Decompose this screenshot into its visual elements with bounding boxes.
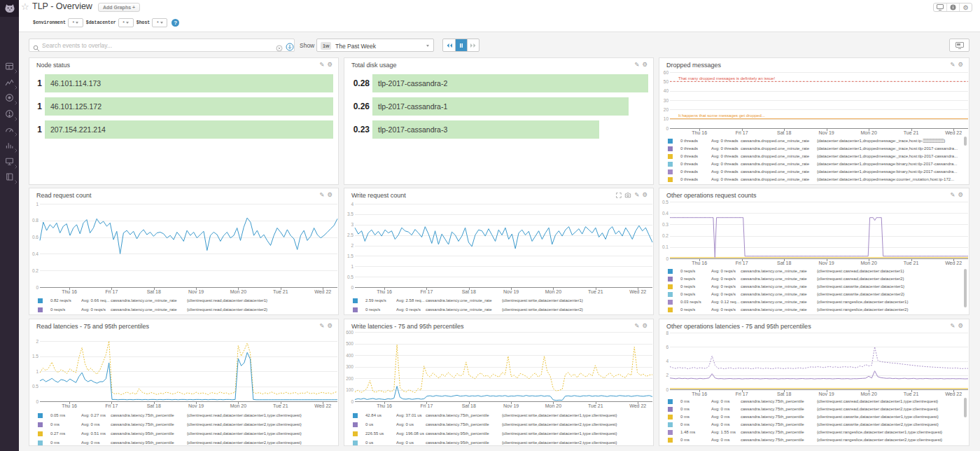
legend-row[interactable]: 0 msAvg: 0 mscassandra.latency.75th_perc… — [659, 422, 969, 429]
expand-icon[interactable] — [615, 192, 622, 198]
legend-scope: {clientrequest:read,datacenter:datacente… — [187, 298, 332, 303]
edit-icon[interactable]: ✎ — [634, 191, 639, 198]
x-axis-label: Wed 22 — [939, 391, 967, 396]
favorite-star-icon[interactable]: ☆ — [21, 1, 29, 12]
edit-icon[interactable]: ✎ — [950, 191, 955, 198]
legend-row[interactable]: 0 threadsAvg: 0 threadscassandra.dropped… — [659, 161, 969, 169]
legend-row[interactable]: 0 threadsAvg: 0 threadscassandra.dropped… — [659, 153, 969, 161]
other-operations-latencies-chart[interactable] — [670, 333, 968, 391]
forward-button[interactable] — [467, 39, 479, 51]
legend-row[interactable]: 0 usAvg: 0 uscassandra.latency.95th_perc… — [344, 440, 653, 447]
info-icon[interactable] — [946, 4, 959, 11]
sidebar-item-infrastructure[interactable] — [5, 93, 14, 102]
legend-row[interactable]: 226.55 usAvg: 196.08 uscassandra.latency… — [344, 431, 653, 438]
edit-icon[interactable]: ✎ — [634, 322, 639, 329]
legend-row[interactable]: 0 msAvg: 0 mscassandra.latency.75th_perc… — [659, 406, 969, 414]
legend-row[interactable]: 0 threadsAvg: 0 threadscassandra.dropped… — [659, 146, 969, 153]
legend-row[interactable]: 42.84 usAvg: 37.01 uscassandra.latency.7… — [344, 412, 653, 420]
sidebar-chevron-icon — [15, 143, 18, 147]
dropped-messages-chart[interactable] — [670, 72, 968, 130]
legend-row[interactable]: 0 usAvg: 0 uscassandra.latency.75th_perc… — [344, 422, 653, 429]
edit-icon[interactable]: ✎ — [634, 61, 639, 68]
settings-gear-icon[interactable]: ⚙ — [327, 61, 332, 68]
read-request-count-chart[interactable] — [40, 204, 337, 289]
x-axis-label: Mon 20 — [539, 289, 567, 294]
legend-swatch — [38, 431, 43, 436]
legend-row[interactable]: 0 reqs/sAvg: 0 reqs/scassandra.latency.o… — [659, 276, 969, 284]
legend-row[interactable]: 0 msAvg: 0 mscassandra.latency.75th_perc… — [659, 414, 969, 422]
legend-row[interactable]: 0 reqs/sAvg: 0 reqs/scassandra.latency.o… — [344, 307, 653, 314]
legend-scrollbar[interactable] — [964, 137, 967, 146]
write-latencies-chart[interactable] — [355, 332, 652, 403]
legend-row[interactable]: 0 msAvg: 0 mscassandra.latency.75th_perc… — [659, 437, 969, 445]
add-graphs-button[interactable]: Add Graphs + — [98, 3, 140, 12]
other-operations-request-counts-chart[interactable] — [670, 202, 968, 260]
sidebar-item-monitors[interactable] — [5, 109, 14, 118]
legend-row[interactable]: 0 reqs/sAvg: 0 reqs/scassandra.latency.o… — [659, 284, 969, 291]
settings-gear-icon[interactable]: ⚙ — [642, 191, 648, 198]
settings-gear-icon[interactable]: ⚙ — [327, 191, 332, 198]
legend-swatch — [668, 162, 673, 167]
legend-row[interactable]: 0 reqs/sAvg: 0 reqs/scassandra.latency.o… — [29, 307, 338, 314]
legend-scrollbar[interactable] — [964, 269, 967, 307]
help-icon[interactable]: ? — [172, 19, 179, 27]
legend-row[interactable]: 0.27 msAvg: 0.51 mscassandra.latency.95t… — [29, 431, 338, 438]
event-overlay-icon[interactable] — [286, 41, 294, 54]
legend-row[interactable]: 0 threadsAvg: 0 threadscassandra.dropped… — [659, 169, 969, 176]
legend-row[interactable]: 0 reqs/sAvg: 0 reqs/scassandra.latency.o… — [659, 307, 969, 314]
settings-gear-icon[interactable]: ⚙ — [958, 61, 963, 68]
write-request-count-chart[interactable] — [355, 204, 652, 289]
settings-gear-icon[interactable]: ⚙ — [958, 191, 963, 198]
legend-swatch — [668, 284, 673, 289]
clear-search-icon[interactable] — [276, 42, 283, 55]
legend-avg: Avg: 1.55 ms — [711, 430, 740, 434]
sidebar-item-notebooks[interactable] — [5, 157, 14, 166]
read-latencies-chart[interactable] — [40, 341, 337, 403]
legend-row[interactable]: 0 reqs/sAvg: 0 reqs/scassandra.latency.o… — [659, 291, 969, 299]
legend-row[interactable]: 2.59 reqs/sAvg: 2.58 req...cassandra.lat… — [344, 298, 653, 305]
sidebar-item-apm[interactable] — [5, 125, 14, 134]
legend-row[interactable]: 0.82 reqs/sAvg: 0.66 req...cassandra.lat… — [29, 298, 338, 305]
settings-gear-icon[interactable]: ⚙ — [642, 322, 648, 329]
sidebar-item-metrics[interactable] — [5, 78, 14, 87]
settings-gear-icon[interactable]: ⚙ — [958, 322, 963, 329]
legend-row[interactable]: 0.03 reqs/sAvg: 0.12 req...cassandra.lat… — [659, 299, 969, 307]
legend-row[interactable]: 0 reqs/sAvg: 0 reqs/scassandra.latency.o… — [659, 268, 969, 276]
pause-button[interactable] — [455, 39, 467, 51]
event-search-input[interactable] — [42, 39, 290, 51]
edit-icon[interactable]: ✎ — [319, 191, 324, 198]
camera-icon[interactable] — [624, 192, 631, 198]
edit-icon[interactable]: ✎ — [319, 322, 324, 329]
edit-icon[interactable]: ✎ — [319, 61, 324, 68]
legend-row[interactable]: 0 msAvg: 0 mscassandra.latency.75th_perc… — [659, 398, 969, 406]
widget-actions: ✎⚙ — [950, 61, 963, 68]
y-axis-label: 0.8 — [29, 218, 38, 223]
legend-row[interactable]: 0 threadsAvg: 0 threadscassandra.dropped… — [659, 176, 969, 184]
legend-row[interactable]: 0.05 msAvg: 0.27 mscassandra.latency.75t… — [29, 412, 338, 420]
legend-swatch — [668, 146, 673, 151]
datadog-logo-icon[interactable] — [0, 0, 19, 17]
sidebar-item-flows[interactable] — [5, 141, 14, 150]
legend-value: 0 threads — [680, 169, 710, 174]
edit-icon[interactable]: ✎ — [950, 322, 955, 329]
legend-row[interactable]: 0 threadsAvg: 0 threadscassandra.dropped… — [659, 138, 969, 146]
legend-row[interactable]: 0 msAvg: 0 mscassandra.latency.95th_perc… — [29, 440, 338, 447]
template-var-select[interactable]: * — [152, 18, 167, 27]
timeframe-dropdown[interactable]: 1w The Past Week — [316, 39, 434, 52]
template-var-select[interactable]: * — [68, 18, 83, 27]
template-var-select[interactable]: * — [118, 18, 134, 27]
gear-icon[interactable]: ⚙ — [959, 4, 972, 11]
sidebar-item-dashboards[interactable] — [5, 62, 14, 71]
legend-scrollbar[interactable] — [964, 398, 967, 417]
edit-icon[interactable]: ✎ — [950, 61, 955, 68]
tv-mode-icon[interactable] — [934, 4, 946, 11]
rewind-button[interactable] — [443, 39, 455, 51]
settings-gear-icon[interactable]: ⚙ — [327, 322, 332, 329]
y-axis-label: 0.2 — [29, 268, 38, 273]
screenboard-mode-button[interactable] — [949, 39, 969, 52]
legend-row[interactable]: 1.48 msAvg: 1.55 mscassandra.latency.75t… — [659, 429, 969, 437]
legend-avg: Avg: 196.08 us — [396, 431, 425, 436]
legend-row[interactable]: 0 msAvg: 0 mscassandra.latency.75th_perc… — [29, 422, 338, 429]
settings-gear-icon[interactable]: ⚙ — [642, 61, 648, 68]
sidebar-item-integrations[interactable] — [5, 172, 14, 181]
